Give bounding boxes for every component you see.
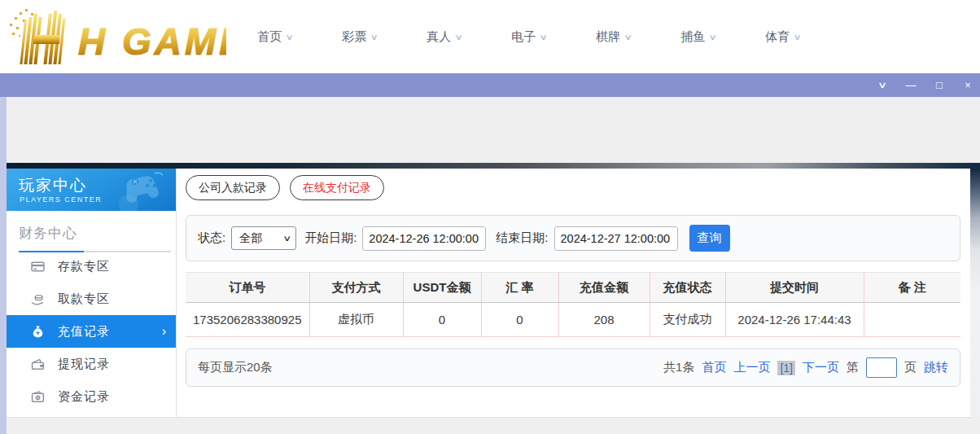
pagination-bar: 每页显示20条 共1条 首页 上一页 [1] 下一页 第 页 跳转: [186, 349, 960, 387]
status-select-value: 全部: [239, 231, 262, 246]
content-top-divider: [7, 163, 980, 169]
cell-order-number: 1735206283380925: [186, 303, 309, 337]
nav-item-lottery[interactable]: 彩票 ∨: [317, 29, 402, 45]
start-date-label: 开始日期:: [304, 230, 357, 246]
filter-bar: 状态: 全部 ∨ 开始日期: 结束日期: 查询: [186, 215, 960, 261]
cell-payment-method: 虚拟币: [309, 303, 403, 337]
nav-item-cards[interactable]: 棋牌 ∨: [571, 29, 656, 45]
records-table: 订单号 支付方式 USDT金额 汇 率 充值金额 充值状态 提交时间 备 注 1…: [186, 272, 960, 337]
end-date-input[interactable]: [554, 226, 678, 251]
chevron-down-icon: ∨: [455, 33, 463, 42]
first-page-link[interactable]: 首页: [702, 360, 726, 375]
query-button[interactable]: 查询: [689, 225, 730, 252]
record-tabs: 公司入款记录 在线支付记录: [186, 175, 384, 200]
cell-recharge-amount: 208: [558, 303, 650, 337]
next-page-link[interactable]: 下一页: [803, 360, 839, 375]
current-page-indicator: [1]: [777, 361, 795, 375]
col-order-number: 订单号: [186, 273, 309, 303]
gamepad-icon: [112, 170, 171, 211]
brand-logo[interactable]: H GAME: [7, 6, 226, 68]
funds-wallet-icon: [31, 390, 45, 404]
bank-card-icon: [31, 260, 45, 274]
svg-text:H GAME: H GAME: [78, 20, 226, 63]
sidebar-item-withdrawal-records[interactable]: 提现记录: [7, 348, 176, 380]
sidebar: 玩家中心 PLAYERS CENTER 财务中心: [7, 169, 177, 418]
col-remark: 备 注: [864, 273, 960, 303]
window-dropdown-icon[interactable]: ∨: [874, 81, 891, 90]
nav-item-live[interactable]: 真人 ∨: [402, 29, 487, 45]
table-row: 1735206283380925 虚拟币 0 0 208 支付成功 2024-1…: [186, 303, 960, 337]
chevron-right-icon: ›: [162, 325, 166, 338]
chevron-down-icon: ∨: [370, 33, 378, 42]
site-header: H GAME 首页 ∨ 彩票 ∨ 真人 ∨ 电子 ∨ 棋牌 ∨: [0, 0, 980, 73]
nav-item-fishing[interactable]: 捕鱼 ∨: [656, 29, 741, 45]
jump-button[interactable]: 跳转: [924, 360, 948, 375]
col-submit-time: 提交时间: [725, 273, 864, 303]
prev-page-link[interactable]: 上一页: [733, 360, 770, 375]
sidebar-item-deposit-zone[interactable]: 存款专区: [7, 250, 176, 283]
nav-item-slots[interactable]: 电子 ∨: [487, 29, 571, 45]
page-jump-input[interactable]: [866, 357, 897, 378]
finance-center-heading: 财务中心: [19, 224, 176, 243]
cell-recharge-status: 支付成功: [650, 303, 725, 337]
end-date-label: 结束日期:: [496, 230, 548, 246]
main-panel: 公司入款记录 在线支付记录 状态: 全部 ∨ 开始日期: 结束日期: 查询 订单…: [177, 169, 970, 418]
chevron-down-icon: ∨: [794, 33, 802, 42]
table-header-row: 订单号 支付方式 USDT金额 汇 率 充值金额 充值状态 提交时间 备 注: [186, 273, 960, 303]
chevron-down-icon: ∨: [624, 33, 632, 42]
col-usdt-amount: USDT金额: [403, 273, 481, 303]
chevron-down-icon: ∨: [540, 33, 548, 42]
chevron-down-icon: ∨: [709, 33, 717, 42]
window-titlebar: ∨ — □ ×: [0, 73, 980, 97]
withdraw-wallet-icon: [31, 357, 45, 371]
cell-exchange-rate: 0: [481, 303, 558, 337]
sidebar-item-recharge-records[interactable]: 充值记录 ›: [7, 315, 176, 348]
jump-prefix-label: 第: [847, 360, 859, 375]
hand-coin-icon: [31, 292, 45, 306]
cell-usdt-amount: 0: [403, 303, 481, 337]
cell-remark: [864, 303, 960, 337]
close-icon[interactable]: ×: [962, 80, 973, 90]
col-recharge-amount: 充值金额: [558, 273, 650, 303]
hgame-logo-icon: H GAME: [7, 6, 226, 68]
page-size-text: 每页显示20条: [198, 360, 273, 375]
left-edge-strip: [0, 97, 7, 434]
nav-item-sports[interactable]: 体育 ∨: [741, 29, 825, 45]
sidebar-item-funds-records[interactable]: 资金记录: [7, 380, 176, 413]
chevron-down-icon: ∨: [282, 234, 291, 243]
col-payment-method: 支付方式: [309, 273, 403, 303]
maximize-icon[interactable]: □: [934, 80, 945, 90]
money-bag-icon: [31, 325, 45, 339]
status-select[interactable]: 全部 ∨: [231, 226, 296, 250]
sidebar-menu: 存款专区 取款专区 充值记录 ›: [7, 250, 176, 413]
tab-company-deposit-records[interactable]: 公司入款记录: [186, 175, 280, 200]
app-window: H GAME 首页 ∨ 彩票 ∨ 真人 ∨ 电子 ∨ 棋牌 ∨: [0, 0, 980, 434]
right-edge-fade: [970, 169, 980, 418]
col-recharge-status: 充值状态: [650, 273, 725, 303]
total-count-text: 共1条: [663, 360, 694, 375]
main-nav: 首页 ∨ 彩票 ∨ 真人 ∨ 电子 ∨ 棋牌 ∨ 捕鱼 ∨: [233, 0, 825, 73]
chevron-down-icon: ∨: [286, 33, 294, 42]
players-center-banner: 玩家中心 PLAYERS CENTER: [7, 169, 176, 211]
status-label: 状态:: [198, 230, 225, 246]
col-exchange-rate: 汇 率: [481, 273, 558, 303]
players-center-title: 玩家中心: [19, 175, 87, 196]
tab-online-payment-records[interactable]: 在线支付记录: [290, 175, 384, 200]
sidebar-item-withdraw-zone[interactable]: 取款专区: [7, 283, 176, 315]
minimize-icon[interactable]: —: [905, 80, 917, 90]
players-center-subtitle: PLAYERS CENTER: [20, 195, 102, 204]
start-date-input[interactable]: [362, 226, 486, 251]
nav-item-home[interactable]: 首页 ∨: [233, 29, 317, 45]
jump-suffix-label: 页: [904, 360, 917, 375]
cell-submit-time: 2024-12-26 17:44:43: [725, 303, 864, 337]
